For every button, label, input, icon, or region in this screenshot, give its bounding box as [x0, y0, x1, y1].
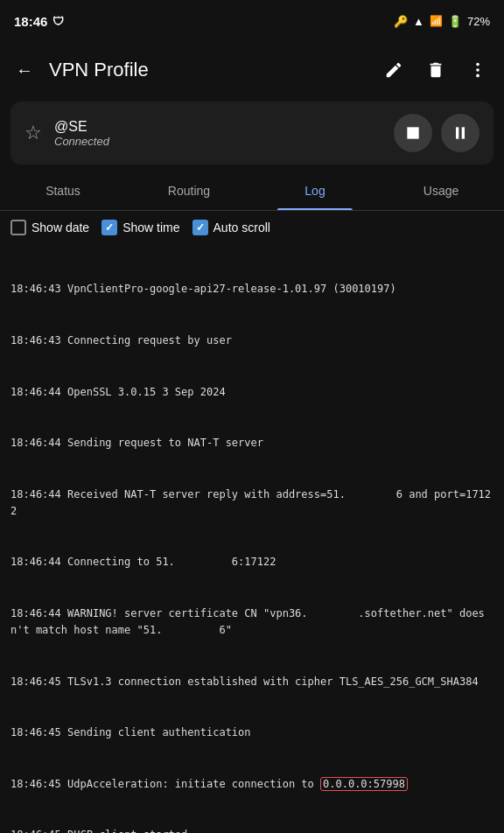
- auto-scroll-label: Auto scroll: [214, 220, 270, 234]
- auto-scroll-checkbox[interactable]: [192, 220, 208, 235]
- show-time-checkbox[interactable]: [102, 220, 117, 235]
- log-line: 18:46:43 VpnClientPro-google-api27-relea…: [10, 281, 494, 298]
- tab-usage[interactable]: Usage: [378, 172, 504, 210]
- app-bar: ← VPN Profile: [0, 42, 504, 98]
- log-line-highlight: 18:46:45 UdpAcceleration: initiate conne…: [10, 776, 494, 793]
- show-time-label: Show time: [122, 220, 179, 234]
- highlighted-address: 0.0.0.0:57998: [320, 777, 408, 791]
- profile-info: @SE Connected: [54, 119, 382, 148]
- show-date-label: Show date: [32, 220, 89, 234]
- tab-status[interactable]: Status: [0, 172, 126, 210]
- svg-point-1: [476, 68, 480, 72]
- svg-rect-3: [407, 127, 418, 138]
- log-controls: Show date Show time Auto scroll: [0, 211, 504, 244]
- log-content: 18:46:43 VpnClientPro-google-api27-relea…: [0, 244, 504, 833]
- profile-name: @SE: [54, 119, 382, 135]
- stop-button[interactable]: [394, 114, 432, 152]
- svg-rect-5: [462, 127, 465, 138]
- page-title: VPN Profile: [49, 59, 368, 81]
- show-time-control: Show time: [102, 220, 179, 235]
- back-button[interactable]: ←: [7, 52, 42, 88]
- svg-point-0: [476, 63, 480, 66]
- profile-actions: [394, 114, 480, 152]
- log-line: 18:46:44 Received NAT-T server reply wit…: [10, 486, 494, 520]
- profile-card: ☆ @SE Connected: [10, 102, 494, 164]
- show-date-checkbox[interactable]: [10, 220, 26, 235]
- svg-point-2: [476, 74, 480, 78]
- log-line: 18:46:45 Sending client authentication: [10, 724, 494, 741]
- more-button[interactable]: [458, 51, 497, 89]
- log-line: 18:46:43 Connecting request by user: [10, 332, 494, 349]
- log-line: 18:46:44 WARNING! server certificate CN …: [10, 606, 494, 639]
- signal-icon: 📶: [430, 15, 443, 27]
- log-line: 18:46:44 OpenSSL 3.0.15 3 Sep 2024: [10, 384, 494, 401]
- key-icon: 🔑: [394, 15, 408, 28]
- delete-button[interactable]: [416, 51, 455, 89]
- log-line: 18:46:45 TLSv1.3 connection established …: [10, 674, 494, 690]
- edit-button[interactable]: [374, 51, 413, 89]
- tab-log[interactable]: Log: [252, 172, 378, 210]
- favorite-icon[interactable]: ☆: [24, 122, 42, 144]
- auto-scroll-control: Auto scroll: [192, 220, 270, 235]
- time-display: 18:46: [14, 14, 47, 29]
- log-line: 18:46:44 Connecting to 51. 6:17122: [10, 554, 494, 570]
- log-line: 18:46:44 Sending request to NAT-T server: [10, 435, 494, 452]
- status-time: 18:46 🛡: [14, 14, 64, 29]
- show-date-control: Show date: [10, 220, 89, 235]
- svg-rect-4: [456, 127, 458, 138]
- tabs-container: Status Routing Log Usage: [0, 172, 504, 211]
- pause-button[interactable]: [441, 114, 480, 152]
- log-line: 18:46:45 DHCP client started: [10, 827, 494, 833]
- status-icons: 🔑 ▲ 📶 🔋 72%: [394, 15, 490, 28]
- shield-icon: 🛡: [52, 15, 64, 28]
- app-bar-actions: [374, 51, 497, 89]
- battery-percent: 72%: [467, 15, 490, 28]
- status-bar: 18:46 🛡 🔑 ▲ 📶 🔋 72%: [0, 0, 504, 42]
- tab-routing[interactable]: Routing: [126, 172, 252, 210]
- wifi-icon: ▲: [413, 15, 424, 28]
- connection-status: Connected: [54, 135, 382, 148]
- battery-icon: 🔋: [448, 15, 462, 28]
